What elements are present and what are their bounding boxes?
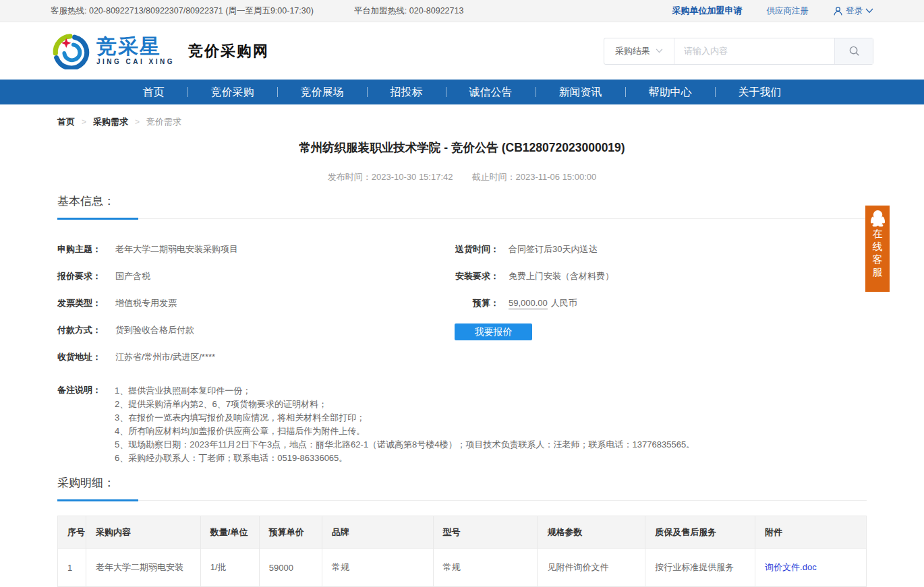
page-title: 常州纺织服装职业技术学院 - 竞价公告 (CB128072023000019) <box>57 140 867 156</box>
field-label: 付款方式： <box>57 324 115 336</box>
header-inner: 竞采星 JING CAI XING 竞价采购网 采购结果 <box>51 22 873 80</box>
nav-item-integrity-notice[interactable]: 诚信公告 <box>446 80 536 104</box>
service-widget-char: 服 <box>873 266 883 278</box>
basic-info-left-column: 申购主题： 老年大学二期弱电安装采购项目 报价要求： 国产含税 发票类型： 增值… <box>57 236 445 371</box>
remark-line: 6、采购经办联系人：丁老师；联系电话：0519-86336065。 <box>115 452 695 465</box>
breadcrumb-current: 竞价需求 <box>146 116 181 128</box>
breadcrumb-separator: > <box>135 117 140 127</box>
platform-hotline-text: 平台加盟热线: 020-80922713 <box>354 5 464 17</box>
user-icon <box>833 6 843 16</box>
login-label: 登录 <box>846 5 863 17</box>
search-input[interactable] <box>674 38 834 64</box>
logo-en: JING CAI XING <box>96 58 175 65</box>
basic-info-grid: 申购主题： 老年大学二期弱电安装采购项目 报价要求： 国产含税 发票类型： 增值… <box>57 236 867 371</box>
section-title-basic-info: 基本信息： <box>57 193 867 219</box>
main-nav-inner: 首页 竞价采购 竞价展场 招投标 诚信公告 新闻资讯 帮助中心 关于我们 <box>57 80 867 104</box>
budget-currency: 人民币 <box>551 298 577 308</box>
breadcrumb-home[interactable]: 首页 <box>57 116 75 128</box>
table-header-row: 序号 采购内容 数量/单位 预算单价 品牌 型号 规格参数 质保及售后服务 附件 <box>58 516 867 549</box>
field-label: 预算： <box>445 297 499 309</box>
breadcrumb-purchase-demand[interactable]: 采购需求 <box>93 116 128 128</box>
field-label: 报价要求： <box>57 270 115 282</box>
remark-line: 1、提供营业执照副本复印件一份； <box>115 384 695 398</box>
field-value: 增值税专用发票 <box>115 297 177 309</box>
service-widget-char: 在 <box>873 227 883 240</box>
topbar: 客服热线: 020-80922713/80922307/80922371 (周一… <box>0 0 924 22</box>
col-header-content: 采购内容 <box>86 516 200 549</box>
main-content: 首页 > 采购需求 > 竞价需求 常州纺织服装职业技术学院 - 竞价公告 (CB… <box>57 104 867 587</box>
field-value: 合同签订后30天内送达 <box>509 243 597 255</box>
remark-line: 3、在报价一览表内填写报价及响应情况，将相关材料全部打印； <box>115 411 695 425</box>
service-hotline-text: 客服热线: 020-80922713/80922307/80922371 (周一… <box>51 5 314 17</box>
nav-item-bidding-hall[interactable]: 竞价展场 <box>278 80 367 104</box>
remark-line: 5、现场勘察日期：2023年11月2日下午3点，地点：丽华北路62-1（诺诚高第… <box>115 438 695 452</box>
col-header-qty: 数量/单位 <box>200 516 259 549</box>
supplier-register-link[interactable]: 供应商注册 <box>767 5 809 17</box>
topbar-links: 采购单位加盟申请 供应商注册 登录 <box>672 5 874 17</box>
deadline-time: 截止时间：2023-11-06 15:00:00 <box>471 171 596 183</box>
quote-button[interactable]: 我要报价 <box>455 323 532 340</box>
cell-attachment: 询价文件.doc <box>755 549 867 587</box>
publish-time: 发布时间：2023-10-30 15:17:42 <box>328 171 453 183</box>
table-row: 1 老年大学二期弱电安装 1/批 59000 常规 常规 见附件询价文件 按行业… <box>58 549 867 587</box>
nav-item-news[interactable]: 新闻资讯 <box>536 80 625 104</box>
purchaser-join-link[interactable]: 采购单位加盟申请 <box>672 5 743 17</box>
site-name: 竞价采购网 <box>188 41 269 61</box>
field-label: 安装要求： <box>445 270 499 282</box>
search-button[interactable] <box>834 38 873 64</box>
field-purchase-subject: 申购主题： 老年大学二期弱电安装采购项目 <box>57 236 445 263</box>
field-payment-method: 付款方式： 货到验收合格后付款 <box>57 317 445 344</box>
field-install-requirement: 安装要求： 免费上门安装（含材料费） <box>445 263 867 290</box>
nav-item-home[interactable]: 首页 <box>120 80 187 104</box>
qq-penguin-icon <box>869 209 887 227</box>
field-label: 发票类型： <box>57 297 115 309</box>
topbar-inner: 客服热线: 020-80922713/80922307/80922371 (周一… <box>51 0 873 22</box>
basic-info-right-column: 送货时间： 合同签订后30天内送达 安装要求： 免费上门安装（含材料费） 预算：… <box>445 236 867 371</box>
col-header-warranty: 质保及售后服务 <box>645 516 755 549</box>
search-category-select[interactable]: 采购结果 <box>604 38 674 64</box>
col-header-attachment: 附件 <box>755 516 867 549</box>
budget-amount: 59,000.00 <box>509 298 548 309</box>
nav-item-help-center[interactable]: 帮助中心 <box>626 80 715 104</box>
logo-text: 竞采星 JING CAI XING <box>96 36 175 65</box>
remark-line: 4、所有响应材料均加盖报价供应商公章，扫描后作为附件上传。 <box>115 425 695 438</box>
login-button[interactable]: 登录 <box>833 5 873 17</box>
field-value: 免费上门安装（含材料费） <box>509 270 614 282</box>
field-delivery-time: 送货时间： 合同签订后30天内送达 <box>445 236 867 263</box>
field-value: 货到验收合格后付款 <box>115 324 194 336</box>
logo-cn: 竞采星 <box>96 36 175 57</box>
main-nav: 首页 竞价采购 竞价展场 招投标 诚信公告 新闻资讯 帮助中心 关于我们 <box>0 80 924 104</box>
search-category-value: 采购结果 <box>615 45 650 57</box>
cell-warranty: 按行业标准提供服务 <box>645 549 755 587</box>
col-header-brand: 品牌 <box>322 516 433 549</box>
section-title-purchase-detail: 采购明细： <box>57 475 867 501</box>
purchase-detail-table: 序号 采购内容 数量/单位 预算单价 品牌 型号 规格参数 质保及售后服务 附件… <box>57 516 867 587</box>
cell-seq: 1 <box>58 549 86 587</box>
nav-item-about-us[interactable]: 关于我们 <box>716 80 805 104</box>
breadcrumb: 首页 > 采购需求 > 竞价需求 <box>57 104 867 128</box>
field-value: 江苏省/常州市/武进区/**** <box>115 351 215 363</box>
site-logo[interactable]: 竞采星 JING CAI XING 竞价采购网 <box>51 33 269 69</box>
field-quote-requirement: 报价要求： 国产含税 <box>57 263 445 290</box>
service-widget-char: 线 <box>873 240 883 253</box>
remarks-lines: 1、提供营业执照副本复印件一份； 2、提供采购清单内第2、6、7项货物要求的证明… <box>115 384 695 465</box>
col-header-unit-price: 预算单价 <box>259 516 322 549</box>
col-header-model: 型号 <box>433 516 538 549</box>
remark-line: 2、提供采购清单内第2、6、7项货物要求的证明材料； <box>115 398 695 411</box>
field-budget: 预算： 59,000.00人民币 <box>445 290 867 317</box>
col-header-spec: 规格参数 <box>538 516 645 549</box>
header: 竞采星 JING CAI XING 竞价采购网 采购结果 <box>0 22 924 80</box>
field-delivery-address: 收货地址： 江苏省/常州市/武进区/**** <box>57 344 445 371</box>
search-icon <box>848 45 860 57</box>
cell-unit-price: 59000 <box>259 549 322 587</box>
cell-spec: 见附件询价文件 <box>538 549 645 587</box>
nav-item-bidding-purchase[interactable]: 竞价采购 <box>188 80 277 104</box>
nav-item-tenders[interactable]: 招投标 <box>368 80 446 104</box>
online-service-widget[interactable]: 在 线 客 服 <box>865 206 890 292</box>
col-header-seq: 序号 <box>58 516 86 549</box>
chevron-down-icon <box>656 49 663 53</box>
attachment-link[interactable]: 询价文件.doc <box>765 562 817 572</box>
budget-value: 59,000.00人民币 <box>509 297 577 309</box>
field-label: 收货地址： <box>57 351 115 363</box>
remarks-label: 备注说明： <box>57 384 115 465</box>
